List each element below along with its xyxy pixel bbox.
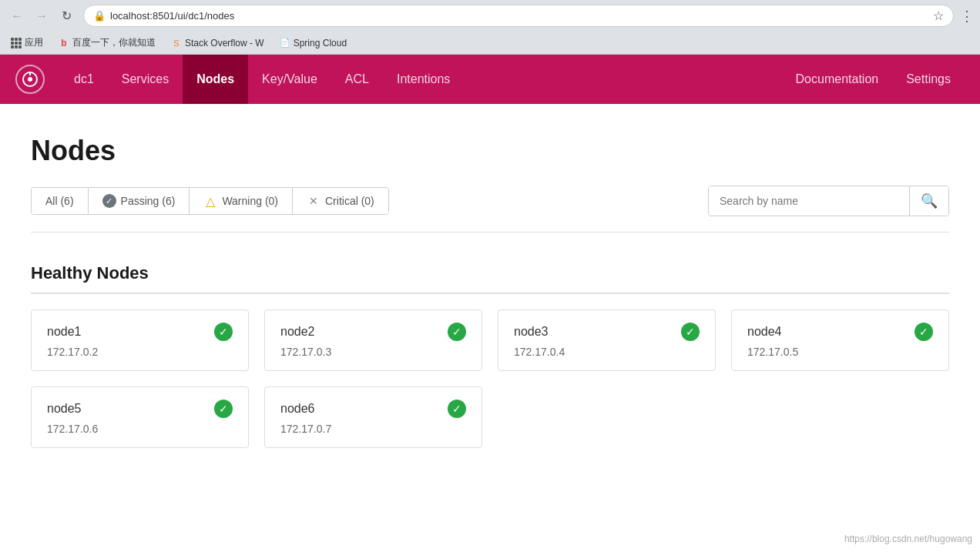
search-icon: 🔍: [921, 193, 938, 209]
bookmarks-bar: 应用 b 百度一下，你就知道 S Stack Overflow - W 📄 Sp…: [0, 32, 980, 55]
node-6-name: node6: [280, 402, 315, 416]
consul-logo: [15, 65, 45, 94]
bookmark-stackoverflow[interactable]: S Stack Overflow - W: [166, 36, 269, 50]
node-1-name: node1: [47, 325, 82, 339]
filter-warning-label: Warning (0): [222, 195, 278, 207]
bookmark-apps-label: 应用: [25, 36, 43, 49]
watermark: https://blog.csdn.net/hugowang: [844, 534, 972, 544]
url-input[interactable]: [110, 10, 928, 22]
node-card-6[interactable]: node6 ✓ 172.17.0.7: [264, 386, 482, 448]
node-2-name: node2: [280, 325, 315, 339]
reload-button[interactable]: ↻: [55, 5, 77, 27]
node-6-status-icon: ✓: [448, 400, 466, 418]
nav-keyvalue[interactable]: Key/Value: [248, 55, 331, 104]
node-card-4[interactable]: node4 ✓ 172.17.0.5: [731, 309, 949, 371]
node-5-status-icon: ✓: [214, 400, 233, 418]
page: dc1 Services Nodes Key/Value ACL Intenti…: [0, 55, 980, 552]
node-4-ip: 172.17.0.5: [747, 346, 933, 358]
node-card-3[interactable]: node3 ✓ 172.17.0.4: [498, 309, 716, 371]
node-card-5[interactable]: node5 ✓ 172.17.0.6: [31, 386, 249, 448]
nav-right: Documentation Settings: [782, 55, 965, 104]
node-3-ip: 172.17.0.4: [514, 346, 700, 358]
node-card-2[interactable]: node2 ✓ 172.17.0.3: [264, 309, 482, 371]
node-card-1-header: node1 ✓: [47, 323, 233, 341]
node-6-ip: 172.17.0.7: [280, 423, 466, 435]
consul-logo-icon: [15, 65, 45, 94]
passing-icon: ✓: [102, 194, 116, 208]
svg-point-1: [28, 77, 32, 82]
filter-all-label: All (6): [45, 195, 74, 207]
search-bar: 🔍: [708, 186, 949, 216]
search-input[interactable]: [709, 186, 909, 216]
nav-intentions[interactable]: Intentions: [383, 55, 464, 104]
bookmark-apps[interactable]: 应用: [6, 35, 48, 51]
menu-button[interactable]: ⋮: [960, 8, 974, 25]
nav-acl[interactable]: ACL: [331, 55, 383, 104]
baidu-favicon: b: [59, 38, 69, 49]
springcloud-favicon: 📄: [280, 38, 290, 49]
filter-passing-label: Passing (6): [121, 195, 176, 207]
critical-icon: ✕: [307, 194, 321, 208]
search-button[interactable]: 🔍: [909, 186, 948, 216]
section-title: Healthy Nodes: [31, 263, 949, 294]
forward-button[interactable]: →: [31, 5, 52, 27]
nav-buttons: ← → ↻: [6, 5, 77, 27]
apps-icon: [11, 38, 22, 49]
filter-warning[interactable]: △ Warning (0): [190, 188, 293, 214]
nodes-grid: node1 ✓ 172.17.0.2 node2 ✓ 172.17.0.3 no…: [31, 309, 949, 448]
node-1-status-icon: ✓: [214, 323, 233, 341]
address-bar[interactable]: 🔒 ☆: [83, 5, 954, 27]
node-card-3-header: node3 ✓: [514, 323, 700, 341]
nav-links: Services Nodes Key/Value ACL Intentions: [108, 55, 782, 104]
filter-critical[interactable]: ✕ Critical (0): [293, 188, 388, 214]
node-1-ip: 172.17.0.2: [47, 346, 233, 358]
lock-icon: 🔒: [93, 10, 106, 22]
nav-settings[interactable]: Settings: [892, 55, 965, 104]
nav-services[interactable]: Services: [108, 55, 183, 104]
node-3-status-icon: ✓: [681, 323, 700, 341]
bookmark-baidu[interactable]: b 百度一下，你就知道: [54, 35, 160, 51]
node-2-ip: 172.17.0.3: [280, 346, 466, 358]
nav-documentation[interactable]: Documentation: [782, 55, 893, 104]
page-title: Nodes: [31, 135, 949, 167]
filter-bar: All (6) ✓ Passing (6) △ Warning (0) ✕ Cr…: [31, 186, 949, 233]
warning-icon: △: [203, 194, 217, 208]
bookmark-baidu-label: 百度一下，你就知道: [72, 36, 156, 49]
filter-tabs: All (6) ✓ Passing (6) △ Warning (0) ✕ Cr…: [31, 187, 389, 215]
browser-chrome: ← → ↻ 🔒 ☆ ⋮ 应用 b 百度一下，你就知道 S Stack Overf…: [0, 0, 980, 55]
stackoverflow-favicon: S: [171, 38, 182, 49]
filter-critical-label: Critical (0): [325, 195, 374, 207]
top-nav: dc1 Services Nodes Key/Value ACL Intenti…: [0, 55, 980, 104]
node-card-6-header: node6 ✓: [280, 400, 466, 418]
node-card-2-header: node2 ✓: [280, 323, 466, 341]
nav-nodes[interactable]: Nodes: [183, 55, 248, 104]
bookmark-star-button[interactable]: ☆: [933, 8, 944, 23]
node-card-1[interactable]: node1 ✓ 172.17.0.2: [31, 309, 249, 371]
browser-toolbar: ← → ↻ 🔒 ☆ ⋮: [0, 0, 980, 32]
filter-all[interactable]: All (6): [32, 188, 89, 214]
filter-passing[interactable]: ✓ Passing (6): [89, 188, 190, 214]
bookmark-springcloud-label: Spring Cloud: [294, 38, 347, 49]
node-3-name: node3: [514, 325, 549, 339]
node-5-name: node5: [47, 402, 82, 416]
node-card-4-header: node4 ✓: [747, 323, 933, 341]
bookmark-stackoverflow-label: Stack Overflow - W: [185, 38, 264, 49]
bookmark-springcloud[interactable]: 📄 Spring Cloud: [275, 36, 351, 50]
node-4-name: node4: [747, 325, 782, 339]
node-card-5-header: node5 ✓: [47, 400, 233, 418]
node-4-status-icon: ✓: [915, 323, 933, 341]
node-2-status-icon: ✓: [448, 323, 466, 341]
main-content: Nodes All (6) ✓ Passing (6) △ Warning (0…: [0, 104, 980, 479]
back-button[interactable]: ←: [6, 5, 28, 27]
nav-dc[interactable]: dc1: [60, 55, 108, 104]
node-5-ip: 172.17.0.6: [47, 423, 233, 435]
